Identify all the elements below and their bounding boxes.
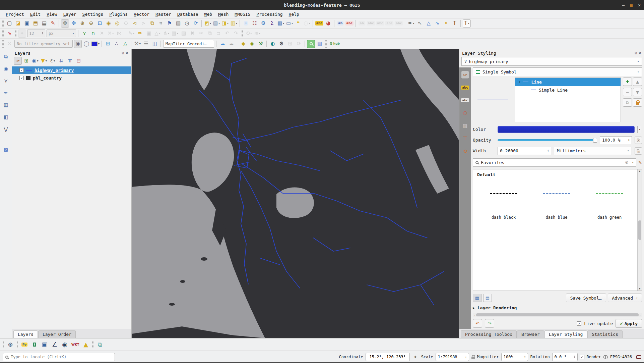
quickmap-services-icon[interactable]: ▧ xyxy=(316,40,324,48)
symbol-tree-simple-line[interactable]: Simple Line xyxy=(515,86,621,94)
style-item-dash-blue[interactable]: dash blue xyxy=(530,186,583,227)
live-update-checkbox[interactable]: ✓ xyxy=(577,321,581,326)
vertex-tool-icon[interactable]: ⋔▾ xyxy=(162,30,170,38)
reshape-tool-icon[interactable]: ⋈ xyxy=(115,30,123,38)
redo-icon[interactable]: ↷ xyxy=(232,30,240,38)
width-unit-select[interactable]: Millimeters ▾ xyxy=(554,147,632,155)
settings-gear-icon[interactable]: ⚙ xyxy=(277,40,285,48)
save-symbol-button[interactable]: Save Symbol… xyxy=(566,294,606,302)
annotation-marker-icon[interactable]: ✦ xyxy=(442,19,450,28)
zoom-out-icon[interactable]: ⊖ xyxy=(87,19,95,28)
processing-toolbox-icon[interactable]: ⚙ xyxy=(259,19,267,28)
spatial-filter-icon[interactable]: ◯ xyxy=(82,40,90,48)
split-tool-icon[interactable]: ✕▾ xyxy=(107,30,115,38)
layer-item-phl-country[interactable]: ✓ phl_country xyxy=(12,74,131,82)
sum-features-icon[interactable]: Σ xyxy=(268,19,276,28)
tab-statistics[interactable]: Statistics xyxy=(587,330,622,338)
crs-globe-icon[interactable] xyxy=(603,355,608,359)
advanced-button[interactable]: Advanced ▾ xyxy=(608,294,642,302)
search-plugins-icon[interactable]: ⊛ xyxy=(6,340,15,349)
cloud-upload-icon[interactable]: ☁ xyxy=(227,40,235,48)
menu-mesh[interactable]: Mesh xyxy=(215,11,232,17)
layer-diagram-icon[interactable]: ◕ xyxy=(324,19,332,28)
zoom-to-layer-icon[interactable]: ◎ xyxy=(113,19,121,28)
new-project-icon[interactable]: ▢ xyxy=(5,19,13,28)
locate-input[interactable] xyxy=(11,355,112,359)
add-line-layer-icon[interactable]: ⋎ xyxy=(2,77,10,85)
geocoder-input[interactable] xyxy=(163,40,214,48)
enable-tracing-icon[interactable]: ∩ xyxy=(89,30,97,38)
menu-processing[interactable]: Processing xyxy=(253,11,285,17)
python-console-icon[interactable]: Py xyxy=(20,340,29,349)
undo-icon[interactable]: ↶ xyxy=(223,30,231,38)
styling-layer-selector[interactable]: V highway_primary ▾ xyxy=(461,57,642,66)
apply-button[interactable]: ✔ Apply xyxy=(616,319,642,328)
zoom-in-icon[interactable]: ⊕ xyxy=(78,19,86,28)
style-manager-icon[interactable]: ✎ xyxy=(638,160,642,165)
zoom-next-icon[interactable]: ⊳ xyxy=(139,19,147,28)
profile-tool-icon[interactable]: ⚒ xyxy=(257,40,265,48)
data-defined-override-icon[interactable]: ⎘ xyxy=(635,147,642,155)
duplicate-symbol-layer-button[interactable]: ⧉ xyxy=(623,98,632,107)
add-geometry-layer-icon[interactable]: ⋁ xyxy=(2,125,10,133)
clear-search-icon[interactable]: ⊗ xyxy=(625,160,628,165)
move-label-icon[interactable]: ab xyxy=(358,19,366,28)
move-up-button[interactable]: ▲ xyxy=(633,77,642,86)
layout-panel-icon[interactable]: ◫ xyxy=(151,40,159,48)
toggle-editing-icon[interactable]: ✏ xyxy=(136,30,144,38)
tab-browser[interactable]: Browser xyxy=(517,330,544,338)
autosave-icon[interactable]: ▣ xyxy=(40,340,49,349)
reload-icon[interactable]: ⟳ xyxy=(295,40,303,48)
menu-edit[interactable]: Edit xyxy=(27,11,44,17)
transparency-tab-icon[interactable]: ▨ xyxy=(461,122,469,130)
close-button[interactable]: ✕ xyxy=(638,3,641,8)
add-shape-icon[interactable]: △▾ xyxy=(153,30,162,38)
coordinate-input[interactable] xyxy=(366,353,410,361)
refresh-map-icon[interactable]: ⟳ xyxy=(192,19,200,28)
add-symbol-layer-button[interactable]: ✚ xyxy=(623,77,632,86)
labels-tab-icon[interactable]: abc xyxy=(461,84,469,92)
filter-color-swatch[interactable]: ▾ xyxy=(91,40,100,48)
pin-labels-icon[interactable]: ab xyxy=(336,19,344,28)
tab-layers[interactable]: Layers xyxy=(13,330,38,338)
pan-map-icon[interactable]: ✥ xyxy=(61,19,69,28)
add-view-icon[interactable]: ⊞ xyxy=(286,40,294,48)
scroll-down-icon[interactable]: ▼ xyxy=(639,288,640,290)
layer-labeling-icon[interactable]: abc xyxy=(315,19,324,28)
3d-view-tab-icon[interactable]: ⬡ xyxy=(461,109,469,117)
layer-checkbox[interactable]: ✓ xyxy=(19,68,24,72)
highlight-labels-icon[interactable]: abc xyxy=(345,19,354,28)
stream-digitizing-icon[interactable]: ⌖ xyxy=(18,30,26,38)
opacity-slider[interactable] xyxy=(498,138,597,143)
menu-mmqgis[interactable]: MMQGIS xyxy=(232,11,253,17)
statistical-summary-icon[interactable]: ☷ xyxy=(251,19,259,28)
select-features-icon[interactable]: ◩▾ xyxy=(204,19,212,28)
spin-arrows-icon[interactable]: ▴▾ xyxy=(548,150,549,152)
menu-help[interactable]: Help xyxy=(286,11,302,17)
tree-expand-icon[interactable]: ▾ xyxy=(519,80,520,84)
zoom-to-selection-icon[interactable]: ◉ xyxy=(105,19,113,28)
night-mode-icon[interactable]: ◐ xyxy=(269,40,277,48)
style-item-dash-black[interactable]: dash black xyxy=(477,186,530,227)
annotation-select-icon[interactable]: ✒▾ xyxy=(407,19,415,28)
open-project-icon[interactable]: ◪ xyxy=(14,19,22,28)
modify-attributes-icon[interactable]: ▧▾ xyxy=(171,30,179,38)
list-view-button[interactable]: ▤ xyxy=(483,294,492,302)
attribute-table-icon[interactable]: ▦▾ xyxy=(277,19,285,28)
zoom-native-icon[interactable]: ⊙ xyxy=(122,19,130,28)
help-icon[interactable]: ? xyxy=(2,146,10,154)
checkable-list-icon[interactable]: ☰ xyxy=(142,40,150,48)
spin-arrows-icon[interactable]: ▴▾ xyxy=(628,139,630,142)
osm-search-icon[interactable] xyxy=(307,40,315,48)
show-bookmarks-icon[interactable]: ▤ xyxy=(174,19,182,28)
annotation-polygon-icon[interactable]: △ xyxy=(425,19,433,28)
close-panel-icon[interactable]: ✕ xyxy=(126,51,128,55)
messages-icon[interactable] xyxy=(636,355,641,359)
globe-plugin-icon[interactable]: ◉ xyxy=(60,340,69,349)
redo-style-button[interactable]: ↷ xyxy=(485,319,494,328)
data-defined-override-icon[interactable]: ⎘ xyxy=(635,137,642,144)
symbol-type-select[interactable]: Single Symbol ▾ xyxy=(473,67,642,76)
zoom-full-extent-icon[interactable]: ⊡ xyxy=(96,19,104,28)
menu-layer[interactable]: Layer xyxy=(60,11,79,17)
tab-layer-order[interactable]: Layer Order xyxy=(38,330,76,338)
